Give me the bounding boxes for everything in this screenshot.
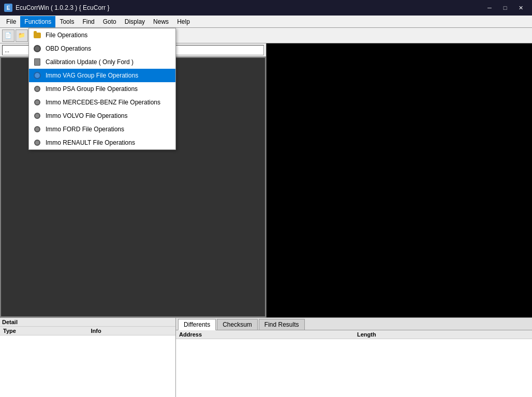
bottom-area: Detail Type Info Differents Checksum Fin… (0, 317, 532, 397)
menu-find[interactable]: Find (78, 16, 98, 27)
bottom-tabs: Differents Checksum Find Results (176, 318, 532, 330)
title-bar-left: E EcuCorrWin ( 1.0.2.3 ) { EcuCorr } (4, 4, 109, 12)
detail-col-type: Type (0, 327, 88, 335)
dropdown-file-operations[interactable]: File Operations (29, 28, 175, 42)
results-body (176, 339, 532, 397)
detail-label: Detail (0, 318, 175, 327)
close-button[interactable]: ✕ (513, 3, 528, 13)
dropdown-immo-volvo[interactable]: Immo VOLVO File Operations (29, 109, 175, 123)
minimize-button[interactable]: ─ (482, 3, 497, 13)
menu-bar: File Functions Tools Find Goto Display N… (0, 16, 532, 28)
app-icon: E (4, 4, 12, 12)
bottom-content: Detail Type Info Differents Checksum Fin… (0, 318, 532, 397)
title-text: EcuCorrWin ( 1.0.2.3 ) { EcuCorr } (16, 4, 109, 11)
menu-help[interactable]: Help (173, 16, 194, 27)
dropdown-immo-renault[interactable]: Immo RENAULT File Operations (29, 136, 175, 149)
tab-differents[interactable]: Differents (178, 319, 216, 330)
psa-icon (33, 85, 41, 93)
dropdown-menu: File Operations OBD Operations Calibrati… (28, 28, 176, 150)
results-panel: Differents Checksum Find Results Address… (176, 318, 532, 397)
menu-display[interactable]: Display (121, 16, 149, 27)
menu-goto[interactable]: Goto (99, 16, 121, 27)
menu-functions[interactable]: Functions (20, 16, 55, 27)
mercedes-icon (33, 98, 41, 106)
title-bar: E EcuCorrWin ( 1.0.2.3 ) { EcuCorr } ─ □… (0, 0, 532, 16)
dropdown-immo-vag[interactable]: Immo VAG Group File Operations (29, 69, 175, 82)
results-table-header: Address Length (176, 330, 532, 339)
toolbar-btn-2[interactable]: 📁 (16, 29, 28, 42)
detail-table-header: Type Info (0, 327, 175, 335)
tab-find-results[interactable]: Find Results (259, 319, 305, 330)
obd-icon (33, 44, 41, 53)
dropdown-immo-ford[interactable]: Immo FORD File Operations (29, 123, 175, 136)
results-col-length: Length (354, 330, 532, 339)
menu-news[interactable]: News (149, 16, 173, 27)
detail-body (0, 335, 175, 397)
renault-icon (33, 139, 41, 147)
ford-icon (33, 125, 41, 133)
tab-checksum[interactable]: Checksum (217, 319, 258, 330)
menu-tools[interactable]: Tools (55, 16, 78, 27)
dropdown-immo-mercedes[interactable]: Immo MERCEDES-BENZ File Operations (29, 96, 175, 109)
maximize-button[interactable]: □ (498, 3, 512, 13)
menu-file[interactable]: File (2, 16, 20, 27)
dropdown-obd-operations[interactable]: OBD Operations (29, 42, 175, 55)
folder-icon (33, 31, 41, 39)
calibration-icon (33, 58, 41, 66)
toolbar-btn-1[interactable]: 📄 (2, 29, 14, 42)
window-controls: ─ □ ✕ (482, 3, 528, 13)
dropdown-calibration-update[interactable]: Calibration Update ( Only Ford ) (29, 55, 175, 69)
right-panel (267, 43, 532, 317)
detail-panel: Detail Type Info (0, 318, 176, 397)
dropdown-immo-psa[interactable]: Immo PSA Group File Operations (29, 82, 175, 96)
volvo-icon (33, 112, 41, 120)
vag-icon (33, 71, 41, 80)
results-col-address: Address (176, 330, 354, 339)
detail-col-info: Info (88, 327, 176, 335)
